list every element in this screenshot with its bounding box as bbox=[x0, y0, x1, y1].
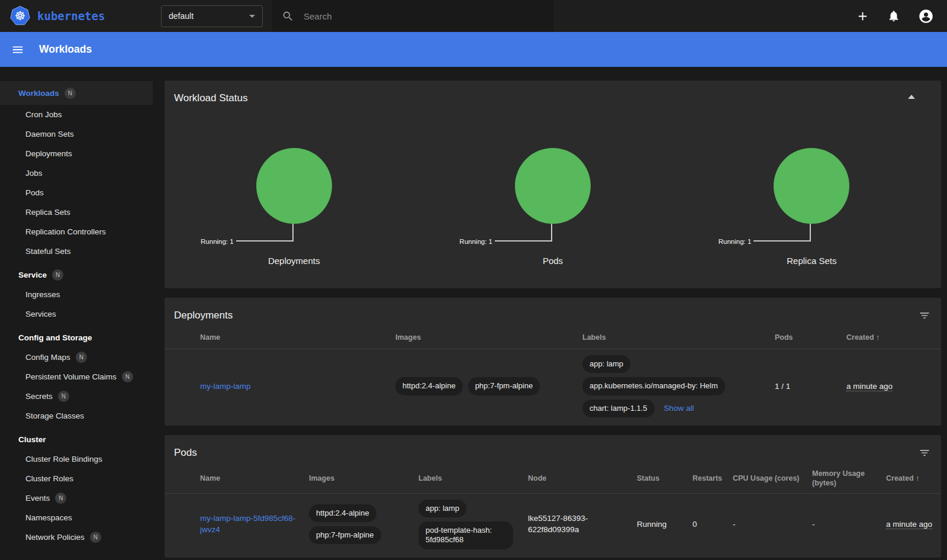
main-content: Workload Status Running: 1 Deployments R… bbox=[153, 67, 947, 560]
label-chip: app: lamp bbox=[582, 355, 630, 373]
sidebar-item-storage-classes[interactable]: Storage Classes bbox=[0, 406, 153, 426]
sidebar-item-persistent-volume-claims[interactable]: Persistent Volume Claims N bbox=[0, 367, 153, 387]
page-title: Workloads bbox=[39, 43, 92, 56]
column-header-restarts[interactable]: Restarts bbox=[692, 474, 733, 484]
sidebar-item-cluster-roles[interactable]: Cluster Roles bbox=[0, 469, 153, 488]
top-toolbar: ☸ kubernetes default bbox=[0, 0, 947, 32]
column-header-images[interactable]: Images bbox=[309, 474, 418, 484]
account-circle-icon[interactable] bbox=[918, 8, 934, 24]
pod-cpu-usage: - bbox=[733, 520, 812, 529]
column-header-memory-usage[interactable]: Memory Usage (bytes) bbox=[812, 469, 886, 488]
label-chip: chart: lamp-1.1.5 bbox=[582, 400, 655, 417]
column-header-name[interactable]: Name bbox=[200, 474, 309, 484]
sidebar-item-network-policies[interactable]: Network Policies N bbox=[0, 527, 153, 547]
pod-node: lke55127-86393-622f8d09399a bbox=[528, 513, 637, 535]
notifications-bell-icon[interactable] bbox=[887, 9, 900, 22]
kubernetes-logo-icon: ☸ bbox=[9, 5, 31, 27]
chevron-down-icon bbox=[249, 15, 255, 18]
chart-name: Pods bbox=[423, 256, 682, 266]
column-header-images[interactable]: Images bbox=[395, 333, 582, 343]
sidebar-item-stateful-sets[interactable]: Stateful Sets bbox=[0, 242, 153, 261]
column-header-labels[interactable]: Labels bbox=[418, 474, 528, 484]
sidebar-item-namespaces[interactable]: Namespaces bbox=[0, 508, 153, 527]
new-badge: N bbox=[65, 88, 76, 99]
namespace-value: default bbox=[169, 11, 194, 21]
column-header-created[interactable]: Created ↑ bbox=[886, 474, 932, 484]
image-chip: php:7-fpm-alpine bbox=[468, 377, 540, 395]
deployment-labels: app: lamp app.kubernetes.io/managed-by: … bbox=[582, 355, 775, 417]
search-icon bbox=[282, 10, 294, 22]
collapse-card-icon[interactable] bbox=[908, 95, 915, 99]
sidebar-item-pods[interactable]: Pods bbox=[0, 183, 153, 202]
image-chip: php:7-fpm-alpine bbox=[309, 526, 381, 544]
topbar-actions bbox=[856, 8, 947, 24]
sidebar-item-cron-jobs[interactable]: Cron Jobs bbox=[0, 105, 153, 124]
sidebar-item-cluster-role-bindings[interactable]: Cluster Role Bindings bbox=[0, 449, 153, 469]
new-badge: N bbox=[90, 532, 101, 543]
workload-status-card: Workload Status Running: 1 Deployments R… bbox=[165, 81, 941, 288]
label-chip: pod-template-hash: 5fd985cf68 bbox=[418, 522, 513, 549]
pie-callout-line: Running: 1 bbox=[753, 224, 811, 242]
sidebar-item-events[interactable]: Events N bbox=[0, 488, 153, 508]
workload-status-title: Workload Status bbox=[165, 81, 941, 110]
sidebar-item-deployments[interactable]: Deployments bbox=[0, 144, 153, 163]
search-input[interactable] bbox=[304, 11, 545, 21]
sidebar-item-workloads[interactable]: Workloads N bbox=[0, 81, 153, 105]
deployments-card: Deployments Name Images Labels Pods Crea… bbox=[165, 298, 941, 426]
pie-callout-label: Running: 1 bbox=[719, 238, 752, 245]
pod-name-link[interactable]: my-lamp-lamp-5fd985cf68-jwvz4 bbox=[200, 514, 295, 533]
sidebar-item-service[interactable]: Service N bbox=[0, 265, 153, 285]
sidebar-item-cluster[interactable]: Cluster bbox=[0, 430, 153, 449]
pods-table-header: Name Images Labels Node Status Restarts … bbox=[165, 465, 941, 494]
sidebar-item-ingresses[interactable]: Ingresses bbox=[0, 285, 153, 304]
sidebar-item-replication-controllers[interactable]: Replication Controllers bbox=[0, 222, 153, 242]
sidebar-item-replica-sets[interactable]: Replica Sets bbox=[0, 202, 153, 222]
deployments-table-header: Name Images Labels Pods Created ↑ bbox=[165, 327, 941, 349]
replica-sets-pie-chart: Running: 1 Replica Sets bbox=[682, 110, 941, 266]
pie-callout-label: Running: 1 bbox=[459, 238, 492, 245]
chart-name: Replica Sets bbox=[682, 256, 941, 266]
pod-created: a minute ago bbox=[886, 520, 932, 529]
sidebar-item-services[interactable]: Services bbox=[0, 304, 153, 324]
column-header-cpu-usage[interactable]: CPU Usage (cores) bbox=[733, 474, 812, 484]
add-icon[interactable] bbox=[856, 9, 869, 23]
column-header-status[interactable]: Status bbox=[637, 474, 692, 484]
pod-row[interactable]: my-lamp-lamp-5fd985cf68-jwvz4 httpd:2.4-… bbox=[165, 494, 941, 558]
new-badge: N bbox=[76, 352, 87, 363]
sidebar-item-config-and-storage[interactable]: Config and Storage bbox=[0, 328, 153, 347]
sidebar-item-secrets[interactable]: Secrets N bbox=[0, 387, 153, 406]
pie-running-segment[interactable] bbox=[256, 148, 332, 224]
sidebar-item-config-maps[interactable]: Config Maps N bbox=[0, 347, 153, 367]
search-bar[interactable] bbox=[272, 0, 554, 32]
brand-name: kubernetes bbox=[37, 9, 105, 22]
deployment-name-link[interactable]: my-lamp-lamp bbox=[200, 382, 251, 391]
column-header-node[interactable]: Node bbox=[528, 474, 637, 484]
chart-name: Deployments bbox=[165, 256, 423, 266]
kubernetes-brand[interactable]: ☸ kubernetes bbox=[0, 5, 152, 27]
column-header-pods[interactable]: Pods bbox=[775, 333, 846, 343]
sidebar-item-daemon-sets[interactable]: Daemon Sets bbox=[0, 124, 153, 144]
pie-callout-label: Running: 1 bbox=[201, 238, 234, 245]
helm-wheel-icon: ☸ bbox=[15, 9, 26, 22]
new-badge: N bbox=[52, 269, 63, 281]
sidebar-nav: Workloads N Cron Jobs Daemon Sets Deploy… bbox=[0, 67, 153, 560]
deployments-pie-chart: Running: 1 Deployments bbox=[165, 110, 423, 266]
column-header-created[interactable]: Created ↑ bbox=[846, 333, 932, 343]
deployment-row[interactable]: my-lamp-lamp httpd:2.4-alpine php:7-fpm-… bbox=[165, 349, 941, 426]
pods-pie-chart: Running: 1 Pods bbox=[423, 110, 682, 266]
sidebar-item-jobs[interactable]: Jobs bbox=[0, 163, 153, 183]
filter-list-icon[interactable] bbox=[919, 447, 930, 461]
filter-list-icon[interactable] bbox=[919, 310, 930, 324]
show-all-labels-link[interactable]: Show all bbox=[664, 404, 694, 413]
pod-restarts: 0 bbox=[692, 520, 733, 529]
image-chip: httpd:2.4-alpine bbox=[309, 504, 376, 522]
pie-running-segment[interactable] bbox=[515, 148, 591, 224]
column-header-labels[interactable]: Labels bbox=[582, 333, 775, 343]
column-header-name[interactable]: Name bbox=[200, 333, 395, 343]
pods-title: Pods bbox=[165, 435, 941, 465]
pie-running-segment[interactable] bbox=[774, 148, 849, 224]
menu-hamburger-icon[interactable] bbox=[11, 43, 24, 56]
new-badge: N bbox=[122, 371, 133, 382]
namespace-selector[interactable]: default bbox=[161, 5, 263, 27]
app-bar: Workloads bbox=[0, 32, 947, 67]
